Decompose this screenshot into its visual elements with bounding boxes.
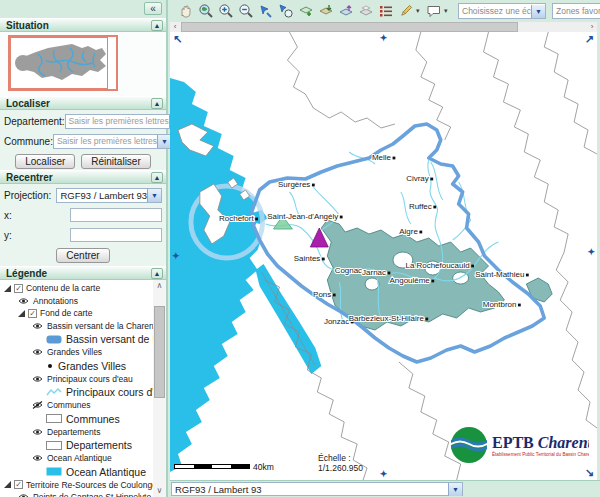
legend-item[interactable]: Ocean Atlantique bbox=[0, 465, 153, 479]
legend-item[interactable]: Principaux cours d'eau bbox=[0, 385, 153, 399]
scroll-down-icon[interactable]: ∨ bbox=[153, 485, 166, 497]
legend-item[interactable]: Bassin versant de la Charente bbox=[0, 320, 153, 333]
city-label: La Rochefoucauld bbox=[405, 261, 469, 270]
situation-title: Situation bbox=[0, 19, 166, 32]
pan-east-icon[interactable]: ✦ bbox=[587, 247, 595, 257]
city-dot bbox=[322, 258, 325, 261]
commune-dropdown-icon[interactable]: ▼ bbox=[157, 135, 171, 148]
legend-scrollbar-thumb[interactable] bbox=[154, 306, 165, 398]
situation-collapse-button[interactable]: ▲ bbox=[151, 20, 163, 31]
pan-north-icon[interactable]: ✦ bbox=[380, 33, 388, 43]
layer-import-icon[interactable] bbox=[318, 3, 335, 20]
eye-icon[interactable] bbox=[32, 375, 43, 383]
legend-item[interactable]: ✓Fond de carte bbox=[0, 307, 153, 320]
dropdown-caret-icon[interactable]: ▾ bbox=[444, 7, 452, 15]
zoom-previous-icon[interactable] bbox=[258, 3, 275, 20]
scale-select[interactable]: Choisissez une échelle ▼ bbox=[458, 3, 546, 19]
recentrer-collapse-button[interactable]: ▲ bbox=[151, 172, 163, 183]
zoom-out-icon[interactable] bbox=[238, 3, 255, 20]
layer-add-icon[interactable] bbox=[298, 3, 315, 20]
localiser-header: Localiser ▲ bbox=[0, 96, 166, 110]
map-hscroll-thumb[interactable] bbox=[181, 22, 518, 32]
zones-select[interactable]: Zones favorites ▼ bbox=[552, 3, 600, 19]
pan-northwest-icon[interactable]: ↖ bbox=[173, 33, 182, 46]
draw-tools-icon[interactable] bbox=[398, 3, 415, 20]
scale-bar-label: 40km bbox=[253, 462, 274, 472]
annotation-icon[interactable] bbox=[426, 3, 443, 20]
city-dot bbox=[388, 272, 391, 275]
eye-icon[interactable] bbox=[32, 428, 43, 436]
map-toolbar: ▾▾ Choisissez une échelle ▼ Zones favori… bbox=[170, 0, 600, 22]
status-projection-dropdown-icon[interactable]: ▼ bbox=[448, 483, 462, 496]
zoom-selection-icon[interactable] bbox=[278, 3, 295, 20]
legende-collapse-button[interactable]: ▲ bbox=[151, 268, 163, 279]
tree-expander-icon[interactable] bbox=[18, 310, 25, 317]
eye-icon[interactable] bbox=[32, 454, 43, 462]
pan-west-icon[interactable]: ✦ bbox=[172, 251, 180, 261]
projection-value: RGF93 / Lambert 93 bbox=[57, 190, 147, 201]
departement-combo[interactable]: Saisir les premières lettres ▼ bbox=[65, 114, 184, 129]
eye-icon[interactable] bbox=[18, 493, 29, 497]
zoom-initial-icon[interactable] bbox=[198, 3, 215, 20]
pan-hand-icon[interactable] bbox=[178, 3, 195, 20]
x-input[interactable] bbox=[70, 208, 162, 222]
city-label: Saintes bbox=[294, 254, 321, 263]
pan-south-icon[interactable]: ✦ bbox=[380, 469, 388, 479]
map-horizontal-scrollbar[interactable]: ‹ › bbox=[170, 22, 597, 32]
legend-item[interactable]: Points de Captage St Hippolyte C bbox=[0, 491, 153, 497]
projection-combo[interactable]: RGF93 / Lambert 93 ▼ bbox=[56, 188, 162, 203]
legend-item[interactable]: Bassin versant de la Cha bbox=[0, 332, 153, 346]
city-label: Surgères bbox=[278, 180, 310, 189]
layer-checkbox[interactable]: ✓ bbox=[14, 480, 23, 489]
pan-northeast-icon[interactable]: ↗ bbox=[585, 33, 594, 46]
localiser-body: Departement: Saisir les premières lettre… bbox=[0, 110, 166, 170]
legend-item[interactable]: ✓Contenu de la carte bbox=[0, 282, 153, 295]
legend-item[interactable]: ✓Territoire Re-Sources de Coulonge et S bbox=[0, 479, 153, 492]
dropdown-caret-icon[interactable]: ▾ bbox=[416, 7, 424, 15]
scroll-up-icon[interactable]: ∧ bbox=[153, 280, 166, 292]
eye-icon[interactable] bbox=[32, 348, 43, 356]
legend-item[interactable]: Communes bbox=[0, 412, 153, 426]
city-label: Civray bbox=[406, 174, 429, 183]
status-projection-select[interactable]: RGF93 / Lambert 93 ▼ bbox=[171, 482, 463, 496]
legend-item[interactable]: Departements bbox=[0, 426, 153, 439]
layer-flatten-icon[interactable] bbox=[358, 3, 375, 20]
scroll-left-icon[interactable]: ‹ bbox=[170, 22, 180, 32]
zoom-in-icon[interactable] bbox=[218, 3, 235, 20]
collapse-panel-button[interactable]: « bbox=[144, 2, 162, 15]
legend-list-icon[interactable] bbox=[378, 3, 395, 20]
layer-export-icon[interactable] bbox=[338, 3, 355, 20]
status-bar: RGF93 / Lambert 93 ▼ bbox=[170, 480, 600, 497]
city-dot bbox=[393, 157, 396, 160]
tree-expander-icon[interactable] bbox=[4, 481, 11, 488]
localiser-button[interactable]: Localiser bbox=[15, 154, 75, 169]
pan-southeast-icon[interactable]: ↘ bbox=[585, 466, 594, 479]
legend-item[interactable]: Departements bbox=[0, 438, 153, 452]
legend-item[interactable]: Principaux cours d'eau bbox=[0, 373, 153, 386]
legend-scrollbar[interactable]: ∧ ∨ bbox=[153, 280, 166, 497]
eye-off-icon[interactable] bbox=[32, 401, 43, 409]
eye-icon[interactable] bbox=[18, 297, 29, 305]
projection-dropdown-icon[interactable]: ▼ bbox=[147, 189, 161, 202]
tree-expander-icon[interactable] bbox=[4, 285, 11, 292]
localiser-collapse-button[interactable]: ▲ bbox=[151, 98, 163, 109]
eye-icon[interactable] bbox=[32, 322, 43, 330]
map-canvas[interactable]: MelleSurgèresCivrayRuffecAigreRochefortS… bbox=[170, 32, 597, 480]
scale-caption: Échelle : 1/1.260.950 bbox=[318, 453, 363, 473]
y-input[interactable] bbox=[70, 228, 162, 242]
legend-item[interactable]: Communes bbox=[0, 399, 153, 412]
scroll-right-icon[interactable]: › bbox=[587, 22, 597, 32]
legend-item[interactable]: Grandes Villes bbox=[0, 346, 153, 359]
layer-checkbox[interactable]: ✓ bbox=[28, 309, 37, 318]
map-region: ▾▾ Choisissez une échelle ▼ Zones favori… bbox=[170, 0, 600, 497]
reinitialiser-button[interactable]: Réinitaliser bbox=[81, 154, 150, 169]
legend-item[interactable]: Ocean Atlantique bbox=[0, 452, 153, 465]
legend-item[interactable]: Grandes Villes bbox=[0, 359, 153, 373]
scale-select-placeholder: Choisissez une échelle bbox=[459, 6, 531, 16]
commune-combo[interactable]: Saisir les premières lettres ▼ bbox=[53, 134, 172, 149]
overview-minimap[interactable] bbox=[8, 35, 118, 91]
scale-select-dropdown-icon[interactable]: ▼ bbox=[531, 5, 545, 18]
legend-item[interactable]: Annotations bbox=[0, 295, 153, 308]
centrer-button[interactable]: Centrer bbox=[56, 248, 109, 263]
layer-checkbox[interactable]: ✓ bbox=[14, 284, 23, 293]
